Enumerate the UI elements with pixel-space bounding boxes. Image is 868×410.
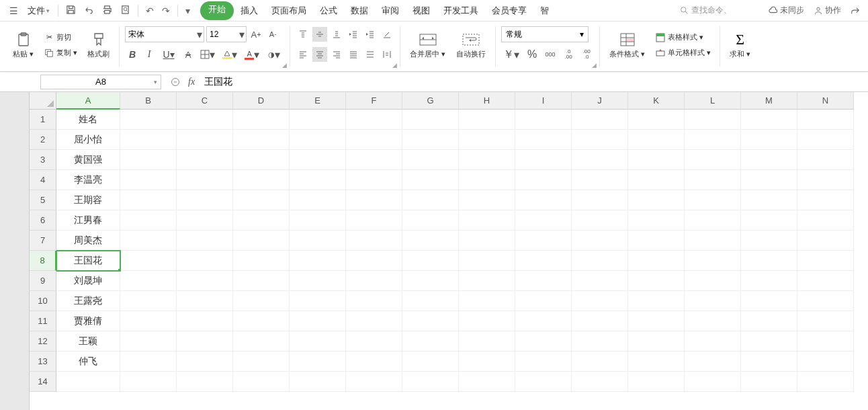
cell-k11[interactable] (628, 311, 685, 331)
cell-i2[interactable] (515, 130, 572, 150)
cell-a4[interactable]: 李温亮 (56, 170, 120, 190)
col-header-i[interactable]: I (515, 92, 572, 110)
cell-l13[interactable] (685, 352, 741, 372)
row-header-10[interactable]: 10 (30, 291, 56, 311)
col-header-k[interactable]: K (628, 92, 685, 110)
grid-main[interactable]: ABCDEFGHIJKLMN 1234567891011121314 屈小怡, … (30, 92, 868, 410)
col-header-d[interactable]: D (233, 92, 290, 110)
cell-k2[interactable] (628, 130, 685, 150)
cell-g10[interactable] (402, 291, 459, 311)
cell-n10[interactable] (797, 291, 854, 311)
cell-b6[interactable] (120, 210, 177, 231)
cell-m3[interactable] (741, 150, 797, 170)
row-header-7[interactable]: 7 (30, 231, 56, 251)
col-header-a[interactable]: A (56, 92, 120, 110)
cell-a14[interactable] (56, 372, 120, 392)
cell-g11[interactable] (402, 311, 459, 331)
cell-j10[interactable] (572, 291, 628, 311)
cell-i11[interactable] (515, 311, 572, 331)
col-header-e[interactable]: E (290, 92, 346, 110)
cell-e2[interactable] (290, 130, 346, 150)
cell-e13[interactable] (290, 352, 346, 372)
cell-k5[interactable] (628, 190, 685, 210)
cell-n2[interactable] (797, 130, 854, 150)
italic-icon[interactable]: I (142, 47, 157, 62)
cell-a8[interactable]: 王国花 (56, 251, 120, 271)
cell-m12[interactable] (741, 331, 797, 352)
row-header-12[interactable]: 12 (30, 331, 56, 352)
cell-a2[interactable]: 屈小怡 (56, 130, 120, 150)
cell-g14[interactable] (402, 372, 459, 392)
cell-g2[interactable] (402, 130, 459, 150)
cell-l10[interactable] (685, 291, 741, 311)
cell-a7[interactable]: 周美杰 (56, 231, 120, 251)
cell-d11[interactable] (233, 311, 290, 331)
merge-center-button[interactable]: 合并居中 ▾ (406, 24, 449, 66)
cell-j13[interactable] (572, 352, 628, 372)
underline-icon[interactable]: U ▾ (159, 47, 179, 62)
cell-h1[interactable] (459, 110, 515, 130)
cell-a1[interactable]: 姓名 (56, 110, 120, 130)
cell-f5[interactable] (346, 190, 402, 210)
collab-button[interactable]: 协作 (811, 3, 844, 17)
cell-c3[interactable] (177, 150, 233, 170)
row-header-13[interactable]: 13 (30, 352, 56, 372)
cell-c7[interactable] (177, 231, 233, 251)
cell-f2[interactable] (346, 130, 402, 150)
cell-m6[interactable] (741, 210, 797, 231)
cell-d10[interactable] (233, 291, 290, 311)
cell-f12[interactable] (346, 331, 402, 352)
row-header-8[interactable]: 8 (30, 251, 56, 271)
cell-c6[interactable] (177, 210, 233, 231)
cell-c14[interactable] (177, 372, 233, 392)
cell-e1[interactable] (290, 110, 346, 130)
cell-e10[interactable] (290, 291, 346, 311)
fx-icon[interactable]: fx (184, 77, 199, 87)
cell-m7[interactable] (741, 231, 797, 251)
cell-m11[interactable] (741, 311, 797, 331)
cell-g12[interactable] (402, 331, 459, 352)
bold-icon[interactable]: B (125, 47, 140, 62)
menu-hamburger-icon[interactable]: ☰ (5, 3, 22, 19)
row-header-11[interactable]: 11 (30, 311, 56, 331)
increase-indent-icon[interactable] (363, 27, 378, 42)
tab-developer[interactable]: 开发工具 (437, 1, 485, 20)
cell-b10[interactable] (120, 291, 177, 311)
cell-g5[interactable] (402, 190, 459, 210)
tab-view[interactable]: 视图 (406, 1, 437, 20)
cell-n14[interactable] (797, 372, 854, 392)
cell-b1[interactable] (120, 110, 177, 130)
increase-font-icon[interactable]: A+ (249, 27, 263, 42)
col-header-m[interactable]: M (741, 92, 797, 110)
cell-i3[interactable] (515, 150, 572, 170)
copy-button[interactable]: 复制 ▾ (40, 46, 81, 60)
cell-c1[interactable] (177, 110, 233, 130)
cell-g6[interactable] (402, 210, 459, 231)
cell-j14[interactable] (572, 372, 628, 392)
row-header-14[interactable]: 14 (30, 372, 56, 392)
cell-k6[interactable] (628, 210, 685, 231)
align-bottom-icon[interactable] (329, 27, 344, 42)
tab-page-layout[interactable]: 页面布局 (265, 1, 313, 20)
cell-m2[interactable] (741, 130, 797, 150)
cell-h14[interactable] (459, 372, 515, 392)
font-color-icon[interactable]: A ▾ (242, 47, 262, 62)
cell-c4[interactable] (177, 170, 233, 190)
cell-k13[interactable] (628, 352, 685, 372)
col-header-g[interactable]: G (402, 92, 459, 110)
cell-a3[interactable]: 黄国强 (56, 150, 120, 170)
cell-e9[interactable] (290, 271, 346, 291)
row-header-3[interactable]: 3 (30, 150, 56, 170)
cell-m13[interactable] (741, 352, 797, 372)
distribute-icon[interactable] (363, 47, 378, 62)
fill-handle[interactable] (118, 268, 120, 271)
undo-icon[interactable] (81, 3, 97, 19)
cell-b11[interactable] (120, 311, 177, 331)
table-style-button[interactable]: 表格样式 ▾ (652, 30, 714, 45)
justify-icon[interactable] (346, 47, 361, 62)
cell-k12[interactable] (628, 331, 685, 352)
cell-n12[interactable] (797, 331, 854, 352)
strikethrough-icon[interactable]: A (181, 47, 196, 62)
cell-m8[interactable] (741, 251, 797, 271)
cell-a11[interactable]: 贾雅倩 (56, 311, 120, 331)
